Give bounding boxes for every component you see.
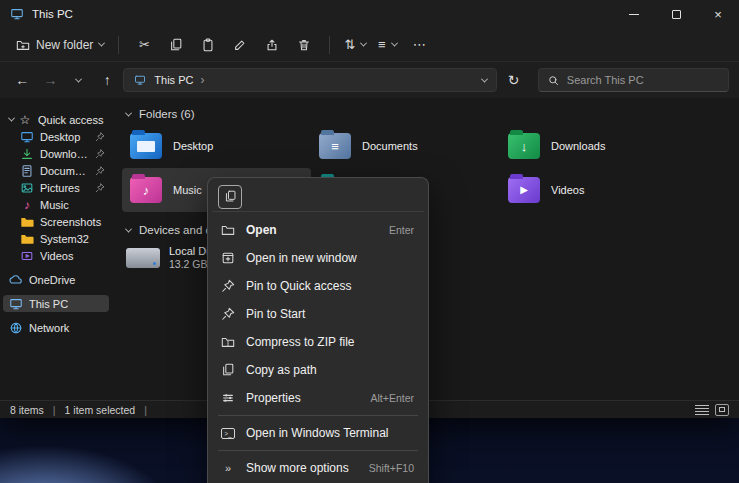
copy-button[interactable] xyxy=(161,32,191,58)
breadcrumb[interactable]: This PC xyxy=(154,74,193,86)
copy-path-icon xyxy=(220,362,236,378)
sidebar-item-music[interactable]: ♪ Music xyxy=(3,196,109,213)
address-bar[interactable]: This PC › xyxy=(123,68,497,92)
refresh-button[interactable]: ↻ xyxy=(501,68,525,92)
share-button[interactable] xyxy=(257,32,287,58)
chevron-down-icon xyxy=(98,40,105,47)
sidebar-item-desktop[interactable]: Desktop xyxy=(3,128,109,145)
chevron-down-icon xyxy=(391,40,398,47)
pin-icon xyxy=(95,183,105,193)
search-input[interactable] xyxy=(567,74,720,86)
menu-item-copy-as-path[interactable]: Copy as path xyxy=(212,356,424,384)
menu-item-pin-quick-access[interactable]: Pin to Quick access xyxy=(212,272,424,300)
forward-button[interactable]: → xyxy=(38,68,62,92)
window-title: This PC xyxy=(32,8,73,20)
maximize-button[interactable] xyxy=(655,0,697,28)
rename-button[interactable] xyxy=(225,32,255,58)
new-folder-label: New folder xyxy=(36,38,93,52)
sidebar-item-this-pc[interactable]: This PC xyxy=(3,295,109,312)
paste-button[interactable] xyxy=(193,32,223,58)
sidebar-item-screenshots[interactable]: Screenshots xyxy=(3,213,109,230)
downloads-icon xyxy=(20,147,34,161)
cut-button[interactable]: ✂ xyxy=(129,32,159,58)
menu-item-open-new-window[interactable]: Open in new window xyxy=(212,244,424,272)
cut-icon: ✂ xyxy=(139,38,150,51)
context-menu-icon-bar xyxy=(212,182,424,212)
refresh-icon: ↻ xyxy=(508,72,520,88)
up-icon: ↑ xyxy=(104,72,111,88)
zip-icon xyxy=(220,334,236,350)
details-view-toggle[interactable] xyxy=(695,405,709,415)
properties-icon xyxy=(220,390,236,406)
back-button[interactable]: ← xyxy=(10,68,34,92)
documents-folder-icon: ≡ xyxy=(319,133,351,159)
sidebar-item-downloads[interactable]: Downloads xyxy=(3,145,109,162)
forward-icon: → xyxy=(43,72,57,88)
delete-icon xyxy=(297,38,311,52)
sidebar-item-network[interactable]: Network xyxy=(3,319,109,336)
close-button[interactable]: × xyxy=(697,0,739,28)
view-button[interactable]: ≡ xyxy=(372,32,402,58)
up-button[interactable]: ↑ xyxy=(95,68,119,92)
music-folder-icon: ♪ xyxy=(130,177,162,203)
address-dropdown-icon[interactable] xyxy=(481,75,488,82)
folder-item-desktop[interactable]: Desktop xyxy=(122,124,311,168)
this-pc-icon xyxy=(133,73,147,87)
desktop-folder-icon xyxy=(130,133,162,159)
sidebar-item-onedrive[interactable]: OneDrive xyxy=(3,271,109,288)
menu-item-open[interactable]: Open Enter xyxy=(212,216,424,244)
quick-access-icon: ☆ xyxy=(18,113,32,127)
chevron-down-icon xyxy=(75,75,82,82)
menu-item-compress-zip[interactable]: Compress to ZIP file xyxy=(212,328,424,356)
desktop-wallpaper: This PC × New folder ✂ xyxy=(0,0,739,483)
open-folder-icon xyxy=(220,222,236,238)
back-icon: ← xyxy=(15,72,29,88)
new-folder-button[interactable]: New folder xyxy=(12,32,108,58)
toolbar-divider xyxy=(329,36,330,54)
breadcrumb-separator-icon: › xyxy=(200,73,204,87)
minimize-button[interactable] xyxy=(613,0,655,28)
pictures-icon xyxy=(20,181,34,195)
chevron-down-icon xyxy=(125,225,132,232)
terminal-icon: >_ xyxy=(220,425,236,441)
menu-item-properties[interactable]: Properties Alt+Enter xyxy=(212,384,424,412)
sidebar-item-videos[interactable]: Videos xyxy=(3,247,109,264)
titlebar: This PC × xyxy=(0,0,739,28)
documents-icon xyxy=(20,164,34,178)
folder-icon xyxy=(20,232,34,246)
toolbar-divider xyxy=(118,36,119,54)
menu-item-show-more-options[interactable]: » Show more options Shift+F10 xyxy=(212,454,424,482)
sidebar-item-pictures[interactable]: Pictures xyxy=(3,179,109,196)
folder-icon xyxy=(20,215,34,229)
menu-item-open-windows-terminal[interactable]: >_ Open in Windows Terminal xyxy=(212,419,424,447)
sidebar-item-system32[interactable]: System32 xyxy=(3,230,109,247)
close-icon: × xyxy=(714,8,722,21)
delete-button[interactable] xyxy=(289,32,319,58)
navigation-bar: ← → ↑ This PC › ↻ xyxy=(0,62,739,98)
large-icons-view-toggle[interactable] xyxy=(715,404,729,416)
folder-item-videos[interactable]: ▶ Videos xyxy=(500,168,689,212)
paste-icon xyxy=(201,38,215,52)
sidebar-item-quick-access[interactable]: ☆ Quick access xyxy=(3,111,109,128)
command-bar: New folder ✂ xyxy=(0,28,739,62)
show-more-icon: » xyxy=(220,460,236,476)
recent-locations-button[interactable] xyxy=(67,68,91,92)
folder-item-documents[interactable]: ≡ Documents xyxy=(311,124,500,168)
search-box[interactable] xyxy=(538,68,729,92)
pin-icon xyxy=(220,278,236,294)
sidebar-item-documents[interactable]: Documents xyxy=(3,162,109,179)
minimize-icon xyxy=(629,14,639,15)
desktop-icon xyxy=(20,130,34,144)
copy-button[interactable] xyxy=(218,185,242,209)
this-pc-icon xyxy=(9,297,23,311)
see-more-button[interactable]: ⋯ xyxy=(404,32,434,58)
context-menu: Open Enter Open in new window Pin to Qui… xyxy=(207,177,429,483)
menu-item-pin-to-start[interactable]: Pin to Start xyxy=(212,300,424,328)
chevron-down-icon xyxy=(125,109,132,116)
menu-separator xyxy=(218,415,418,416)
folder-item-downloads[interactable]: ↓ Downloads xyxy=(500,124,689,168)
pin-icon xyxy=(95,132,105,142)
sort-button[interactable]: ⇅ xyxy=(340,32,370,58)
folders-section-header[interactable]: Folders (6) xyxy=(122,108,739,120)
more-icon: ⋯ xyxy=(413,38,426,51)
